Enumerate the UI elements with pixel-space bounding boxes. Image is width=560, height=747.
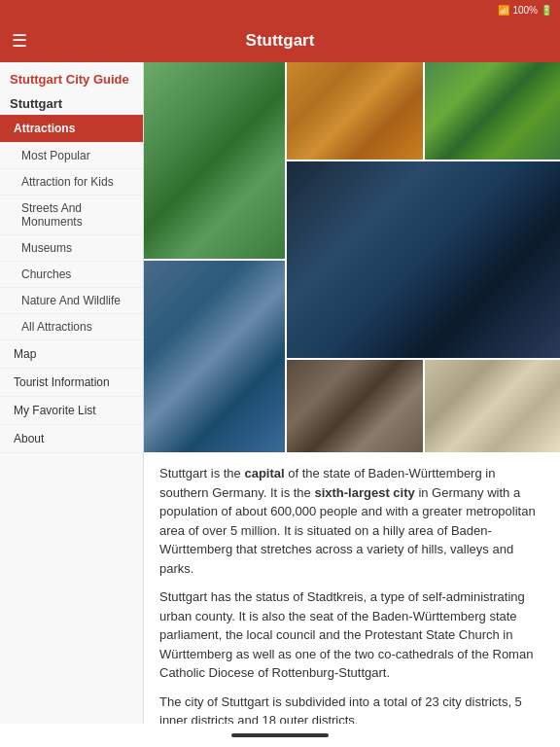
sidebar-section-stuttgart: Stuttgart [0, 92, 143, 115]
photo-cathedral [287, 360, 423, 452]
text-content: Stuttgart is the capital of the state of… [144, 450, 560, 724]
wifi-icon: 📶 [498, 5, 509, 16]
photo-grid [144, 62, 560, 450]
sidebar-item-favorite-list[interactable]: My Favorite List [0, 397, 143, 425]
sidebar-sub-streets[interactable]: Streets And Monuments [0, 196, 143, 235]
sidebar-item-about[interactable]: About [0, 425, 143, 453]
paragraph-1: Stuttgart is the capital of the state of… [159, 464, 544, 578]
photo-stadium [144, 62, 285, 259]
sidebar-sub-all-attractions[interactable]: All Attractions [0, 314, 143, 340]
header-title: Stuttgart [246, 31, 315, 51]
battery-label: 100% [512, 5, 538, 16]
photo-theater [287, 62, 423, 160]
paragraph-2: Stuttgart has the status of Stadtkreis, … [159, 587, 544, 683]
main-layout: Stuttgart City Guide Stuttgart Attractio… [0, 62, 560, 724]
photo-glass-building [144, 261, 285, 452]
status-icons: 📶 100% 🔋 [498, 5, 552, 16]
status-bar: 📶 100% 🔋 [0, 0, 560, 19]
battery-icon: 🔋 [541, 5, 552, 16]
sidebar-item-attractions[interactable]: Attractions [0, 115, 143, 143]
sidebar-sub-nature[interactable]: Nature And Wildlife [0, 288, 143, 314]
app-title: Stuttgart City Guide [0, 62, 143, 92]
content-area[interactable]: Stuttgart is the capital of the state of… [144, 62, 560, 724]
home-bar [231, 733, 329, 737]
sidebar-sub-attraction-kids[interactable]: Attraction for Kids [0, 169, 143, 196]
home-indicator [0, 724, 560, 747]
photo-palace [425, 360, 561, 452]
paragraph-3: The city of Stuttgart is subdivided into… [159, 693, 544, 725]
photo-modern-building [287, 161, 560, 358]
sidebar-sub-most-popular[interactable]: Most Popular [0, 143, 143, 169]
sidebar-item-tourist-info[interactable]: Tourist Information [0, 369, 143, 397]
sidebar: Stuttgart City Guide Stuttgart Attractio… [0, 62, 144, 724]
photo-garden [425, 62, 561, 160]
sidebar-sub-museums[interactable]: Museums [0, 235, 143, 262]
sidebar-sub-churches[interactable]: Churches [0, 262, 143, 288]
sidebar-item-map[interactable]: Map [0, 340, 143, 369]
menu-icon[interactable]: ☰ [12, 30, 27, 52]
top-header: ☰ Stuttgart [0, 19, 560, 62]
